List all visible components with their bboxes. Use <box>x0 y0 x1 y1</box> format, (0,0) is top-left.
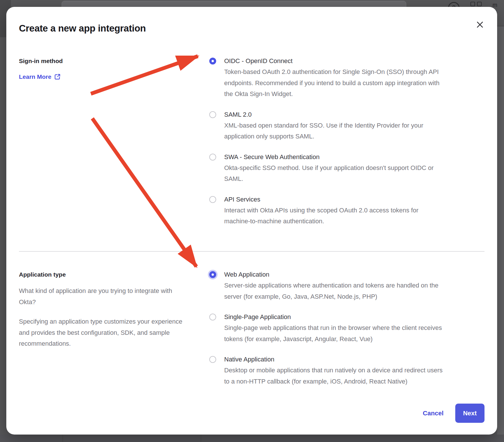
option-label: OIDC - OpenID Connect <box>224 56 446 67</box>
option-api-services[interactable]: API Services Interact with Okta APIs usi… <box>209 194 446 227</box>
option-description: Interact with Okta APIs using the scoped… <box>224 205 446 227</box>
option-single-page-application[interactable]: Single-Page Application Single-page web … <box>209 312 446 345</box>
sign-in-method-options: OIDC - OpenID Connect Token-based OAuth … <box>209 56 446 236</box>
apps-grid-icon <box>470 2 482 6</box>
application-type-label: Application type <box>19 269 194 280</box>
option-label: API Services <box>224 194 446 205</box>
application-type-options: Web Application Server-side applications… <box>209 269 446 396</box>
option-label: Native Application <box>224 354 446 365</box>
option-description: XML-based open standard for SSO. Use if … <box>224 120 446 142</box>
option-label: Single-Page Application <box>224 312 446 322</box>
option-label: SWA - Secure Web Authentication <box>224 152 446 163</box>
option-description: Token-based OAuth 2.0 authentication for… <box>224 67 446 100</box>
option-label: Web Application <box>224 269 446 280</box>
close-button[interactable] <box>474 19 486 30</box>
option-description: Desktop or mobile applications that run … <box>224 365 446 387</box>
external-link-icon <box>54 73 61 80</box>
learn-more-link[interactable]: Learn More <box>19 73 61 80</box>
radio-saml[interactable] <box>209 111 216 118</box>
application-type-help-text: Specifying an application type customize… <box>19 316 189 349</box>
close-icon <box>476 20 484 29</box>
background-right-strip <box>497 0 504 442</box>
application-type-column: Application type What kind of applicatio… <box>19 269 194 349</box>
option-description: Server-side applications where authentic… <box>224 280 446 302</box>
learn-more-text: Learn More <box>19 73 51 80</box>
option-saml[interactable]: SAML 2.0 XML-based open standard for SSO… <box>209 109 446 142</box>
option-description: Single-page web applications that run in… <box>224 322 446 345</box>
option-description: Okta-specific SSO method. Use if your ap… <box>224 163 446 185</box>
option-label: SAML 2.0 <box>224 109 446 120</box>
option-native-application[interactable]: Native Application Desktop or mobile app… <box>209 354 446 387</box>
next-button[interactable]: Next <box>455 404 485 423</box>
radio-oidc[interactable] <box>209 58 216 64</box>
background-bottom-strip <box>0 435 504 442</box>
sign-in-method-label: Sign-in method <box>19 56 194 67</box>
dialog-footer: Cancel Next <box>423 404 485 423</box>
create-app-integration-dialog: Create a new app integration Sign-in met… <box>6 7 497 435</box>
radio-api-services[interactable] <box>209 196 216 203</box>
option-oidc[interactable]: OIDC - OpenID Connect Token-based OAuth … <box>209 56 446 100</box>
radio-single-page-application[interactable] <box>209 314 216 320</box>
radio-native-application[interactable] <box>209 356 216 363</box>
sign-in-method-column: Sign-in method Learn More <box>19 56 194 80</box>
option-web-application[interactable]: Web Application Server-side applications… <box>209 269 446 302</box>
radio-web-application[interactable] <box>209 271 216 278</box>
radio-swa[interactable] <box>209 154 216 161</box>
application-type-question: What kind of application are you trying … <box>19 285 189 308</box>
option-swa[interactable]: SWA - Secure Web Authentication Okta-spe… <box>209 152 446 185</box>
section-divider <box>19 251 485 252</box>
cancel-button[interactable]: Cancel <box>423 410 444 417</box>
dialog-title: Create a new app integration <box>19 23 146 34</box>
